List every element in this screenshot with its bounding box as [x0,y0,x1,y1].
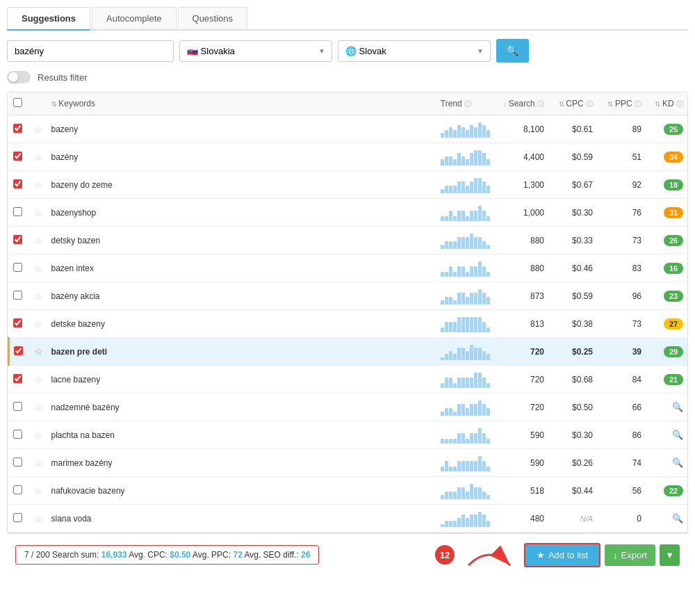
table-row: ☆ lacne bazeny 720 $0.68 84 21 [9,366,688,394]
row-star[interactable]: ☆ [34,235,43,246]
row-star[interactable]: ☆ [34,457,43,469]
row-search-cell: 1,000 [499,199,548,227]
cpc-value: $0.30 [572,430,593,440]
kd-info-icon[interactable]: ⓘ [676,100,683,108]
trend-info-icon[interactable]: ⓘ [464,100,471,108]
row-keyword-cell: detsky bazen [47,227,436,254]
row-star-cell: ☆ [30,227,47,254]
language-dropdown[interactable]: 🌐 Slovak [338,40,491,62]
row-ppc-cell: 51 [597,143,646,171]
row-star[interactable]: ☆ [34,485,43,496]
row-search-cell: 590 [499,449,548,477]
row-ppc-cell: 39 [597,338,646,366]
row-trend-cell [436,505,499,533]
row-star[interactable]: ☆ [34,318,43,330]
tab-suggestions[interactable]: Suggestions [7,7,90,31]
cpc-value: $0.59 [572,152,593,162]
ppc-value: 92 [632,180,641,190]
kd-badge: 29 [664,346,683,357]
keyword-text: bazenyshop [51,208,97,218]
row-checkbox[interactable] [13,485,22,494]
row-checkbox[interactable] [13,374,22,383]
footer-stats: 7 / 200 Search sum: 16,933 Avg. CPC: $0.… [15,545,319,565]
keyword-text: bazeny [51,124,79,134]
keyword-text: detsky bazen [51,236,101,245]
avg-cpc-label: Avg. CPC: [129,550,170,560]
row-trend-cell [436,199,499,227]
row-checkbox[interactable] [14,346,23,355]
export-button[interactable]: ↓ Export [605,544,655,566]
country-dropdown[interactable]: 🇸🇰 Slovakia [179,40,332,62]
filter-label: Results filter [38,72,88,83]
row-checkbox[interactable] [13,402,22,411]
row-keyword-cell: marimex bazény [47,449,436,477]
row-star[interactable]: ☆ [34,124,43,135]
row-star[interactable]: ☆ [34,263,43,274]
ppc-value: 66 [632,403,641,412]
row-ppc-cell: 74 [597,449,646,477]
row-checkbox[interactable] [13,318,22,327]
row-star[interactable]: ☆ [34,207,43,218]
trend-chart [441,426,495,444]
table-row: ☆ marimex bazény 590 $0.26 74 🔍 [9,449,688,477]
row-cpc-cell: $0.44 [548,477,597,505]
add-to-list-button[interactable]: ★ Add to list [524,543,600,567]
row-star[interactable]: ☆ [34,179,43,191]
ppc-value: 76 [632,208,641,218]
row-trend-cell [436,171,499,199]
row-keyword-cell: bazen pre deti [47,338,436,366]
keyword-text: bazen pre deti [51,347,108,357]
trend-chart [441,454,495,471]
row-star[interactable]: ☆ [34,346,43,357]
kd-badge: 21 [664,374,683,385]
trend-chart [441,287,495,305]
row-trend-cell [436,115,499,143]
tab-questions[interactable]: Questions [178,7,248,29]
cpc-info-icon[interactable]: ⓘ [586,100,593,108]
search-value: 813 [530,319,544,329]
row-kd-cell: 31 [646,199,687,227]
search-info-icon[interactable]: ⓘ [537,100,544,108]
tab-autocomplete[interactable]: Autocomplete [92,7,177,29]
row-checkbox[interactable] [13,179,22,188]
row-kd-cell: 26 [646,227,687,254]
row-checkbox[interactable] [13,513,22,522]
arrow-indicator [461,541,517,569]
row-kd-cell: 34 [646,143,687,171]
row-star-cell: ☆ [30,254,47,282]
row-kd-cell: 18 [646,171,687,199]
row-checkbox[interactable] [13,291,22,300]
row-checkbox[interactable] [13,457,22,467]
row-star[interactable]: ☆ [34,402,43,413]
trend-chart [441,371,495,388]
kd-sort-icon[interactable]: ⇅ [655,100,662,108]
keyword-sort-icon[interactable]: ⇅ [51,100,59,108]
row-checkbox[interactable] [13,263,22,272]
row-checkbox[interactable] [13,235,22,244]
ppc-info-icon[interactable]: ⓘ [635,100,641,108]
keyword-text: bazény [51,152,79,162]
row-star-cell: ☆ [30,421,47,449]
row-checkbox[interactable] [13,207,22,216]
row-star[interactable]: ☆ [34,374,43,385]
row-star[interactable]: ☆ [34,513,43,524]
search-button[interactable]: 🔍 [496,39,529,63]
results-filter-toggle[interactable] [7,71,31,83]
search-sum-value: 16,933 [101,550,127,560]
row-star[interactable]: ☆ [34,430,43,441]
search-sort-icon[interactable]: ↓ [503,100,509,108]
search-value: 4,400 [523,152,544,162]
row-star[interactable]: ☆ [34,152,43,163]
cpc-sort-icon[interactable]: ⇅ [559,100,566,108]
row-trend-cell [436,254,499,282]
row-checkbox[interactable] [13,430,22,439]
export-dropdown-button[interactable]: ▼ [660,544,680,566]
row-star[interactable]: ☆ [34,291,43,302]
search-bar: 🇸🇰 Slovakia 🌐 Slovak 🔍 [7,39,688,63]
keyword-input[interactable] [7,40,174,62]
row-checkbox[interactable] [13,152,22,161]
select-all-checkbox[interactable] [13,98,22,107]
row-checkbox[interactable] [13,124,22,133]
row-keyword-cell: lacne bazeny [47,366,436,394]
ppc-sort-icon[interactable]: ⇅ [607,100,615,108]
